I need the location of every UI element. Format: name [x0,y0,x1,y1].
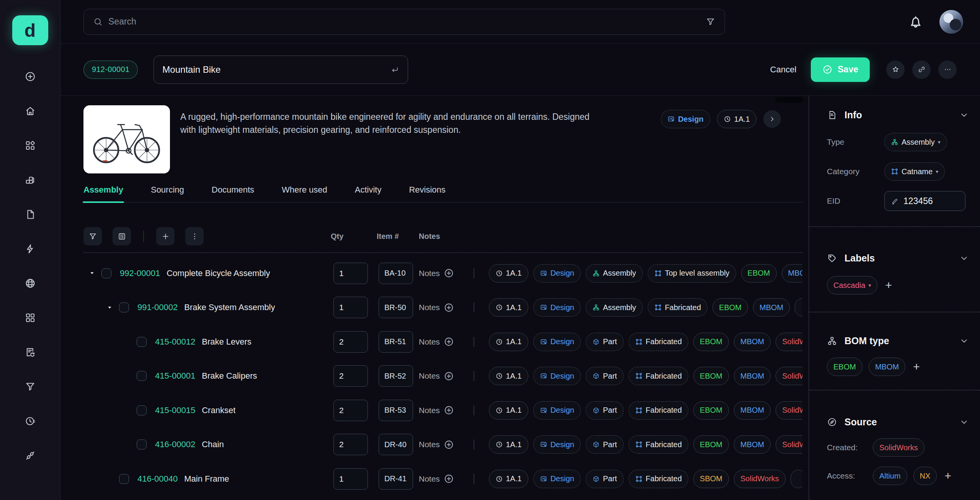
cancel-button[interactable]: Cancel [764,61,802,78]
qty-input[interactable] [333,297,368,318]
tag-design[interactable]: Design [533,298,581,317]
tag-solidworks[interactable]: SolidWorks [873,438,924,457]
tag-ebom[interactable]: EBOM [741,264,777,283]
tag-mbom[interactable]: MBOM [734,401,771,420]
add-access-button[interactable]: + [943,470,953,482]
tag-pill[interactable] [795,298,802,317]
tab-sourcing[interactable]: Sourcing [151,185,184,202]
category-select[interactable]: Catname ▾ [884,162,945,181]
add-note-button[interactable] [444,337,454,347]
tag-ebom[interactable]: EBOM [693,367,729,385]
tag-fabricated[interactable]: Fabricated [629,333,689,351]
part-number-link[interactable]: 415-00015 [155,405,195,415]
qty-input[interactable] [333,434,368,455]
tag-ebom[interactable]: EBOM [693,401,729,420]
tag-fabricated[interactable]: Fabricated [648,298,708,317]
sidebar-item-filters[interactable] [18,374,42,399]
row-checkbox[interactable] [137,405,147,415]
add-row-button[interactable] [156,227,175,245]
tag-solidworks[interactable]: SolidWorks [776,401,802,420]
tag-pill[interactable] [791,470,802,488]
columns-settings-button[interactable] [113,227,131,245]
tag-part[interactable]: Part [586,333,624,351]
item-number-field[interactable]: BR-50 [379,297,413,318]
sidebar-item-change-orders[interactable] [18,340,42,364]
sidebar-item-integrations[interactable] [18,443,42,468]
tag-assembly[interactable]: Assembly [586,298,643,317]
tag-solidworks[interactable]: SolidWorks [776,333,802,351]
favorite-star-button[interactable] [886,60,905,79]
tag-design[interactable]: Design [533,470,581,488]
add-note-button[interactable] [444,302,454,313]
collapse-labels-button[interactable] [960,254,969,263]
eid-input[interactable] [903,196,949,206]
tag-design[interactable]: Design [533,333,581,351]
title-field[interactable] [154,56,408,84]
tag-sbom[interactable]: SBOM [693,470,729,488]
add-note-button[interactable] [444,268,454,278]
tag-ebom[interactable]: EBOM [712,298,748,317]
type-select[interactable]: Assembly ▾ [884,133,947,151]
filter-button[interactable] [83,227,102,245]
tag-mbom[interactable]: MBOM [782,264,803,283]
app-logo[interactable]: d [12,15,48,45]
product-image[interactable] [83,105,170,173]
add-note-button[interactable] [444,474,454,484]
add-label-button[interactable]: + [884,279,893,291]
sidebar-item-apps[interactable] [18,306,42,330]
tag-solidworks[interactable]: SolidWorks [734,470,786,488]
title-input[interactable] [162,64,390,75]
revision-badge[interactable]: 1A.1 [717,110,756,128]
tag-ebom[interactable]: EBOM [693,435,729,454]
tag-ebom[interactable]: EBOM [827,358,862,376]
tag-altium[interactable]: Altium [873,467,907,485]
tag-1a-1[interactable]: 1A.1 [489,470,528,488]
row-checkbox[interactable] [137,371,147,381]
tab-documents[interactable]: Documents [212,185,254,202]
search-filter-button[interactable] [706,17,715,27]
tag-1a-1[interactable]: 1A.1 [489,333,528,351]
tag-solidworks[interactable]: SolidWorks [776,435,802,454]
tag-fabricated[interactable]: Fabricated [629,367,689,385]
row-checkbox[interactable] [137,440,147,449]
part-number-link[interactable]: 992-00001 [120,268,160,278]
item-number-field[interactable]: BR-51 [379,331,413,353]
tag-mbom[interactable]: MBOM [734,333,771,351]
sidebar-item-actions[interactable] [18,237,42,261]
tag-mbom[interactable]: MBOM [753,298,790,317]
tag-design[interactable]: Design [533,401,581,420]
tag-1a-1[interactable]: 1A.1 [489,367,528,385]
qty-input[interactable] [333,365,368,387]
notifications-bell-icon[interactable] [907,13,924,30]
tab-revisions[interactable]: Revisions [409,185,445,202]
sidebar-item-documents[interactable] [18,202,42,227]
item-number-field[interactable]: DR-41 [379,468,413,490]
item-number-field[interactable]: BA-10 [379,263,413,284]
part-number-link[interactable]: 991-00002 [137,302,178,312]
user-avatar[interactable] [939,10,963,34]
part-number-link[interactable]: 415-00001 [155,371,195,381]
sidebar-item-history[interactable] [18,409,42,433]
tag-assembly[interactable]: Assembly [586,264,643,283]
row-checkbox[interactable] [137,337,147,347]
tag-top-level-assembly[interactable]: Top level assembly [648,264,736,283]
tag-part[interactable]: Part [586,435,624,454]
item-number-field[interactable]: BR-53 [379,400,413,421]
tab-where-used[interactable]: Where used [282,185,327,202]
tag-solidworks[interactable]: SolidWorks [776,367,802,385]
collapse-bom-type-button[interactable] [960,337,969,345]
part-number-link[interactable]: 416-00040 [137,474,178,484]
tag-fabricated[interactable]: Fabricated [629,470,689,488]
tag-part[interactable]: Part [586,367,624,385]
tag-design[interactable]: Design [533,264,581,283]
add-note-button[interactable] [444,405,454,415]
row-checkbox[interactable] [119,302,129,312]
tag-1a-1[interactable]: 1A.1 [489,264,528,283]
sidebar-item-web[interactable] [18,271,42,296]
tag-mbom[interactable]: MBOM [734,435,771,454]
more-options-button[interactable] [938,60,957,79]
item-number-field[interactable]: BR-52 [379,365,413,387]
add-bom-type-button[interactable]: + [911,361,921,373]
part-number-link[interactable]: 415-00012 [155,337,195,347]
tag-fabricated[interactable]: Fabricated [629,435,689,454]
